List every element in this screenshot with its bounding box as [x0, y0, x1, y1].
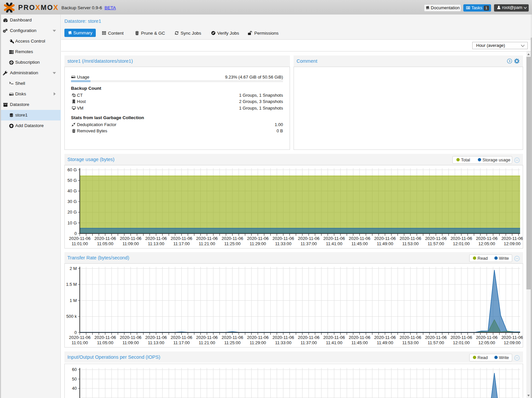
- svg-text:2020-11-06: 2020-11-06: [501, 236, 523, 241]
- svg-text:2020-11-06: 2020-11-06: [349, 236, 371, 241]
- svg-text:11:49:00: 11:49:00: [377, 340, 393, 345]
- svg-text:40: 40: [72, 386, 77, 391]
- svg-text:11:29:00: 11:29:00: [250, 340, 266, 345]
- svg-text:11:01:00: 11:01:00: [72, 241, 88, 246]
- svg-text:12:09:00: 12:09:00: [504, 340, 521, 345]
- svg-text:2020-11-06: 2020-11-06: [171, 236, 193, 241]
- svg-text:20 G: 20 G: [67, 210, 77, 215]
- svg-text:11:45:00: 11:45:00: [351, 241, 368, 246]
- svg-text:2020-11-06: 2020-11-06: [69, 335, 91, 340]
- svg-text:12:05:00: 12:05:00: [479, 241, 495, 246]
- svg-text:60 G: 60 G: [67, 167, 77, 172]
- svg-text:2020-11-06: 2020-11-06: [272, 236, 294, 241]
- svg-text:2020-11-06: 2020-11-06: [145, 236, 167, 241]
- svg-text:11:17:00: 11:17:00: [173, 340, 190, 345]
- svg-text:11:25:00: 11:25:00: [224, 340, 241, 345]
- svg-text:2020-11-06: 2020-11-06: [196, 236, 218, 241]
- svg-text:2020-11-06: 2020-11-06: [374, 236, 396, 241]
- svg-text:1.5 M: 1.5 M: [66, 282, 77, 287]
- svg-text:2020-11-06: 2020-11-06: [425, 335, 447, 340]
- svg-text:2020-11-06: 2020-11-06: [120, 335, 142, 340]
- svg-text:2020-11-06: 2020-11-06: [247, 335, 269, 340]
- svg-text:12:01:00: 12:01:00: [453, 241, 470, 246]
- svg-text:2020-11-06: 2020-11-06: [247, 236, 269, 241]
- svg-text:11:57:00: 11:57:00: [428, 340, 444, 345]
- svg-text:11:05:00: 11:05:00: [97, 241, 114, 246]
- svg-text:2020-11-06: 2020-11-06: [323, 335, 345, 340]
- svg-text:50: 50: [72, 377, 77, 381]
- svg-text:2020-11-06: 2020-11-06: [222, 236, 243, 241]
- svg-text:11:33:00: 11:33:00: [275, 241, 292, 246]
- svg-text:0: 0: [74, 330, 77, 335]
- svg-text:12:05:00: 12:05:00: [479, 340, 495, 345]
- svg-text:11:09:00: 11:09:00: [123, 241, 139, 246]
- svg-text:2020-11-06: 2020-11-06: [323, 236, 345, 241]
- svg-text:2020-11-06: 2020-11-06: [222, 335, 243, 340]
- svg-text:10 G: 10 G: [67, 220, 77, 225]
- svg-text:11:17:00: 11:17:00: [173, 241, 190, 246]
- svg-text:11:45:00: 11:45:00: [351, 340, 368, 345]
- svg-text:2020-11-06: 2020-11-06: [69, 236, 91, 241]
- svg-text:11:01:00: 11:01:00: [72, 340, 88, 345]
- svg-text:11:53:00: 11:53:00: [402, 241, 419, 246]
- svg-text:2020-11-06: 2020-11-06: [400, 236, 421, 241]
- svg-text:11:37:00: 11:37:00: [301, 241, 317, 246]
- svg-text:11:33:00: 11:33:00: [275, 340, 292, 345]
- svg-text:500 k: 500 k: [66, 314, 77, 319]
- svg-text:11:13:00: 11:13:00: [148, 241, 164, 246]
- svg-text:11:25:00: 11:25:00: [224, 241, 241, 246]
- svg-text:11:09:00: 11:09:00: [123, 340, 139, 345]
- svg-text:2020-11-06: 2020-11-06: [374, 335, 396, 340]
- svg-text:60: 60: [72, 367, 77, 372]
- svg-text:2020-11-06: 2020-11-06: [196, 335, 218, 340]
- svg-text:2020-11-06: 2020-11-06: [400, 335, 421, 340]
- svg-text:11:29:00: 11:29:00: [250, 241, 266, 246]
- svg-text:2020-11-06: 2020-11-06: [120, 236, 142, 241]
- svg-text:2020-11-06: 2020-11-06: [298, 236, 320, 241]
- svg-text:11:05:00: 11:05:00: [97, 340, 114, 345]
- svg-text:2020-11-06: 2020-11-06: [476, 335, 498, 340]
- svg-text:11:41:00: 11:41:00: [326, 340, 342, 345]
- svg-text:2020-11-06: 2020-11-06: [349, 335, 371, 340]
- svg-text:11:13:00: 11:13:00: [148, 340, 164, 345]
- svg-text:2 M: 2 M: [70, 266, 77, 271]
- svg-text:40 G: 40 G: [67, 188, 77, 193]
- svg-text:2020-11-06: 2020-11-06: [501, 335, 523, 340]
- svg-text:11:37:00: 11:37:00: [301, 340, 317, 345]
- svg-text:30 G: 30 G: [67, 199, 77, 204]
- svg-text:11:21:00: 11:21:00: [199, 340, 215, 345]
- svg-text:2020-11-06: 2020-11-06: [171, 335, 193, 340]
- svg-text:2020-11-06: 2020-11-06: [145, 335, 167, 340]
- svg-text:2020-11-06: 2020-11-06: [425, 236, 447, 241]
- svg-text:2020-11-06: 2020-11-06: [94, 236, 116, 241]
- svg-text:2020-11-06: 2020-11-06: [476, 236, 498, 241]
- svg-text:2020-11-06: 2020-11-06: [94, 335, 116, 340]
- svg-text:2020-11-06: 2020-11-06: [450, 335, 472, 340]
- svg-text:12:09:00: 12:09:00: [504, 241, 521, 246]
- svg-text:11:57:00: 11:57:00: [428, 241, 444, 246]
- svg-text:11:53:00: 11:53:00: [402, 340, 419, 345]
- svg-text:11:49:00: 11:49:00: [377, 241, 393, 246]
- svg-text:50 G: 50 G: [67, 178, 77, 183]
- svg-text:2020-11-06: 2020-11-06: [450, 236, 472, 241]
- svg-text:11:41:00: 11:41:00: [326, 241, 342, 246]
- svg-text:1 M: 1 M: [70, 298, 77, 303]
- svg-text:12:01:00: 12:01:00: [453, 340, 470, 345]
- svg-text:2020-11-06: 2020-11-06: [298, 335, 320, 340]
- svg-text:11:21:00: 11:21:00: [199, 241, 215, 246]
- svg-text:0: 0: [74, 231, 77, 236]
- svg-text:2020-11-06: 2020-11-06: [272, 335, 294, 340]
